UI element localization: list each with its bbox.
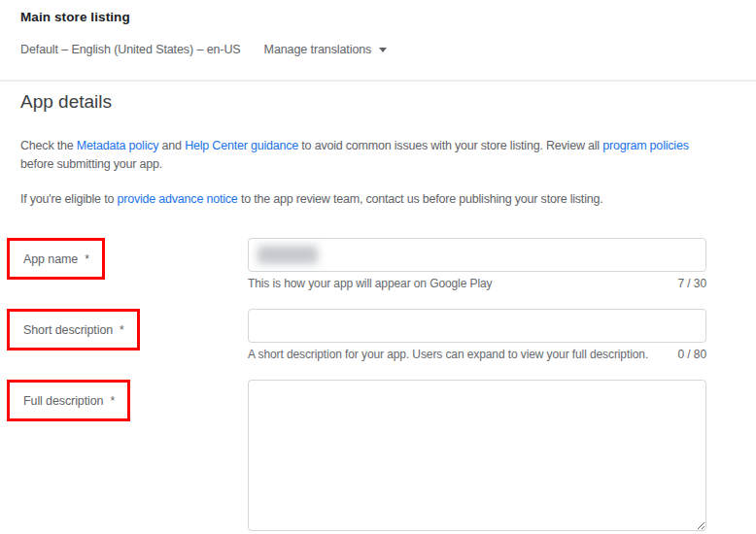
- program-policies-link[interactable]: program policies: [602, 139, 689, 152]
- app-name-char-counter: 7 / 30: [678, 277, 706, 290]
- app-name-annotation-box: App name*: [7, 238, 105, 280]
- section-divider: [0, 80, 756, 82]
- full-description-textarea[interactable]: [248, 380, 706, 531]
- short-description-field-cell: A short description for your app. Users …: [248, 309, 706, 361]
- provide-advance-notice-link[interactable]: provide advance notice: [117, 192, 237, 206]
- page-title: Main store listing: [20, 10, 756, 24]
- intro-2-text-2: to the app review team, contact us befor…: [238, 192, 603, 206]
- manage-translations-button[interactable]: Manage translations: [264, 43, 388, 56]
- intro-1-text-2: and: [158, 139, 185, 152]
- intro-1-text-3: to avoid common issues with your store l…: [298, 139, 602, 152]
- short-description-label-cell: Short description*: [7, 309, 248, 350]
- intro-1-text-4: before submitting your app.: [20, 157, 162, 171]
- short-description-label: Short description: [23, 323, 113, 337]
- main-store-listing-page: Main store listing Default – English (Un…: [0, 0, 756, 534]
- app-name-label: App name: [23, 252, 78, 266]
- app-name-helper-text: This is how your app will appear on Goog…: [248, 277, 492, 290]
- metadata-policy-link[interactable]: Metadata policy: [77, 139, 159, 152]
- full-description-label: Full description: [23, 394, 103, 408]
- short-description-required-asterisk: *: [120, 323, 124, 337]
- app-name-row: App name* This is how your app will appe…: [7, 238, 756, 290]
- app-name-helper-row: This is how your app will appear on Goog…: [248, 277, 706, 290]
- full-description-label-cell: Full description*: [7, 380, 248, 421]
- page-header: Main store listing Default – English (Un…: [0, 0, 756, 56]
- short-description-helper-row: A short description for your app. Users …: [248, 348, 706, 361]
- full-description-row: Full description* 0 / 4000: [7, 380, 756, 534]
- app-name-label-cell: App name*: [7, 238, 248, 280]
- app-name-field-cell: This is how your app will appear on Goog…: [248, 238, 706, 290]
- full-description-field-cell: 0 / 4000: [248, 380, 706, 534]
- short-description-annotation-box: Short description*: [7, 309, 140, 350]
- short-description-input[interactable]: [248, 309, 706, 343]
- full-description-annotation-box: Full description*: [7, 380, 130, 421]
- chevron-down-icon: [379, 48, 387, 52]
- app-name-input[interactable]: [248, 238, 706, 272]
- intro-2-text-1: If you're eligible to: [20, 192, 117, 206]
- short-description-row: Short description* A short description f…: [7, 309, 756, 361]
- app-details-form: App name* This is how your app will appe…: [7, 238, 756, 534]
- manage-translations-label: Manage translations: [264, 43, 372, 56]
- short-description-helper-text: A short description for your app. Users …: [248, 348, 648, 361]
- app-name-required-asterisk: *: [85, 252, 89, 266]
- intro-1-text-1: Check the: [20, 139, 77, 152]
- short-description-char-counter: 0 / 80: [678, 348, 706, 361]
- intro-paragraph-2: If you're eligible to provide advance no…: [20, 190, 720, 209]
- locale-label: Default – English (United States) – en-U…: [20, 43, 241, 56]
- locale-row: Default – English (United States) – en-U…: [20, 43, 756, 56]
- help-center-guidance-link[interactable]: Help Center guidance: [185, 139, 298, 152]
- full-description-required-asterisk: *: [110, 394, 115, 408]
- intro-paragraph-1: Check the Metadata policy and Help Cente…: [20, 137, 720, 174]
- section-heading: App details: [20, 91, 756, 113]
